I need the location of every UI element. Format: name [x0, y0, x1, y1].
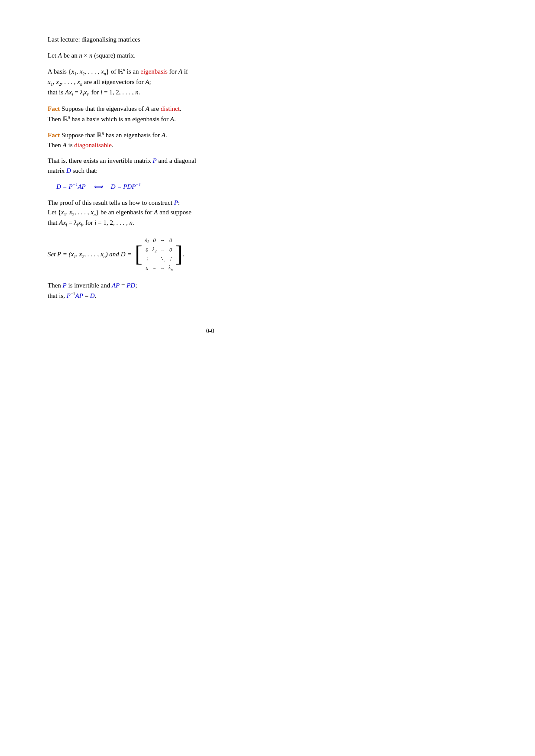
eq-right: D = PDP−1	[111, 181, 141, 192]
eq-left: D = P−1AP	[56, 181, 86, 192]
set-line: Set P = (x1, x2, . . . , xn) and D = [ λ…	[48, 234, 373, 275]
that-is-paragraph: That is, there exists an invertible matr…	[48, 156, 373, 175]
fact2-label: Fact	[48, 132, 60, 139]
eigenbasis-text: eigenbasis	[140, 68, 167, 75]
let-a-paragraph: Let A be an n × n (square) matrix.	[48, 51, 373, 61]
main-equation: D = P−1AP ⟺ D = PDP−1	[56, 181, 373, 192]
matrix-display: [ λ10···0 0λ2···0 ⋮⋱⋮ 0······λn ] .	[135, 234, 184, 275]
basis-paragraph: A basis {x1, x2, . . . , xn} of ℝn is an…	[48, 66, 373, 98]
set-p-text: Set P = (x1, x2, . . . , xn) and D =	[48, 249, 131, 260]
proof-paragraph: The proof of this result tells us how to…	[48, 198, 373, 229]
fact1-paragraph: Fact Suppose that the eigenvalues of A a…	[48, 104, 373, 124]
intro-text: Last lecture: diagonalising matrices	[48, 36, 140, 43]
then-paragraph: Then P is invertible and AP = PD; that i…	[48, 281, 373, 300]
distinct-text: distinct	[161, 105, 180, 112]
diagonalisable-text: diagonalisable	[74, 142, 112, 149]
intro-paragraph: Last lecture: diagonalising matrices	[48, 35, 373, 45]
fact1-label: Fact	[48, 105, 60, 112]
fact2-paragraph: Fact Suppose that ℝn has an eigenbasis f…	[48, 130, 373, 150]
eq-iff: ⟺	[94, 182, 103, 192]
page-number: 0-0	[48, 326, 373, 336]
page-content: Last lecture: diagonalising matrices Let…	[48, 35, 373, 336]
